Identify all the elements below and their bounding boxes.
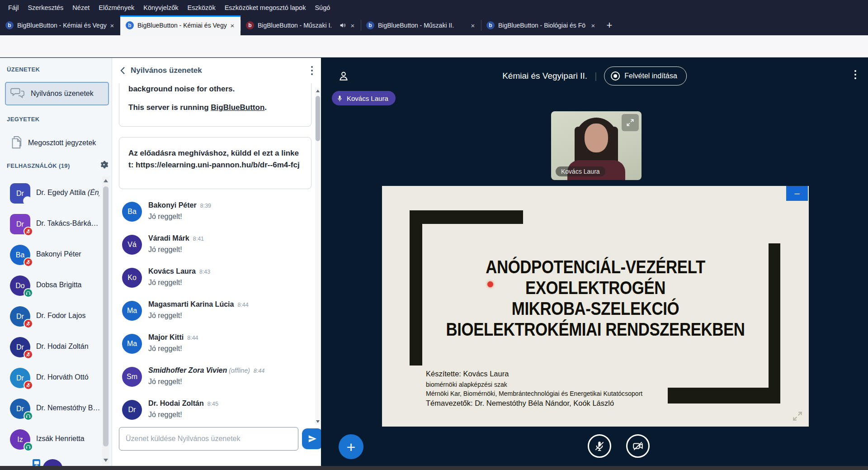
share-webcam-button[interactable] (626, 434, 650, 458)
tab-audio-icon[interactable] (339, 22, 346, 29)
menu-item-0[interactable]: Fájl (4, 0, 23, 15)
user-avatar: Dr (10, 183, 30, 204)
webcam-fullscreen-button[interactable] (622, 114, 639, 131)
browser-tab-3[interactable]: bBigBlueButton - Műszaki II.× (361, 15, 481, 35)
send-message-button[interactable] (302, 428, 323, 449)
chat-messages-viewport[interactable]: background noise for others. This server… (112, 58, 313, 425)
user-list-item[interactable]: DrDr. Horváth Ottó (0, 368, 102, 393)
chat-message-author: Bakonyi Péter8:39 (148, 201, 211, 209)
chat-message-text: Jó reggelt! (148, 213, 182, 221)
tab-close-button[interactable]: × (589, 22, 598, 29)
bigbluebutton-link[interactable]: BigBlueButton (211, 103, 264, 112)
chevron-left-icon[interactable] (120, 66, 125, 75)
slide-title-line: ANÓDPOTENCIÁL-VEZÉRELT (414, 256, 777, 277)
chat-message: VáVáradi Márk8:41Jó reggelt! (122, 233, 307, 266)
person-icon[interactable] (338, 70, 349, 82)
chat-message-author: Dr. Hodai Zoltán8:45 (148, 399, 218, 408)
bigbluebutton-favicon-icon: b (486, 21, 495, 29)
chat-message-text: Jó reggelt! (148, 279, 182, 287)
bigbluebutton-favicon-icon: b (246, 21, 254, 29)
chat-avatar: Ma (122, 301, 142, 321)
menu-item-1[interactable]: Szerkesztés (23, 0, 68, 15)
options-kebab-icon[interactable] (854, 70, 856, 79)
sidebar-item-public-chat[interactable]: Nyilvános üzenetek (5, 82, 109, 105)
scroll-up-arrow-icon[interactable] (104, 179, 108, 182)
chat-avatar: Sm (122, 367, 142, 387)
chat-message-author: Váradi Márk8:41 (148, 234, 204, 242)
chat-message-input[interactable] (119, 427, 298, 451)
bigbluebutton-favicon-icon: b (5, 21, 14, 29)
actions-plus-button[interactable]: + (339, 434, 363, 459)
user-list-item[interactable]: DrDr. Egedy Attila (Én) (0, 183, 102, 209)
user-list-item[interactable]: DoDobsa Brigitta (0, 275, 102, 301)
chat-scrollbar-thumb[interactable] (316, 96, 320, 141)
menu-item-2[interactable]: Nézet (68, 0, 94, 15)
chat-message: MaMagasmarti Karina Lúcia8:44Jó reggelt! (122, 299, 307, 332)
browser-tab-1[interactable]: bBigBlueButton - Kémiai és Vegy× (120, 15, 241, 35)
chat-message-author: Major Kitti8:44 (148, 333, 198, 342)
menu-item-7[interactable]: Súgó (310, 0, 335, 15)
tab-close-button[interactable]: × (468, 22, 477, 29)
start-recording-button[interactable]: Felvétel indítása (604, 66, 687, 85)
user-list-item[interactable]: IzIzsák Henrietta (0, 429, 102, 455)
browser-tabbar: bBigBlueButton - Kémiai és Vegy×bBigBlue… (0, 15, 868, 35)
presentation-area: Kémiai és Vegyipari II. | Felvétel indít… (321, 58, 868, 470)
minimize-presentation-button[interactable]: – (786, 186, 808, 201)
shared-notes-label: Megosztott jegyzetek (28, 139, 96, 147)
microphone-muted-badge-icon (24, 319, 33, 328)
meeting-title: Kémiai és Vegyipari II. (502, 71, 587, 81)
user-name: Dr. Horváth Ottó (36, 373, 89, 381)
menu-item-5[interactable]: Eszközök (183, 0, 220, 15)
user-name: Izsák Henrietta (36, 435, 85, 443)
browser-tab-2[interactable]: bBigBlueButton - Műszaki I.× (241, 15, 361, 35)
user-name: Dr. Fodor Lajos (36, 312, 85, 320)
chat-scrollbar[interactable] (315, 88, 321, 425)
userlist-scrollbar-thumb[interactable] (103, 186, 108, 446)
userlist-scrollbar[interactable] (102, 176, 109, 465)
laser-pointer-dot (487, 281, 493, 287)
sidebar-item-shared-notes[interactable]: Megosztott jegyzetek (5, 133, 109, 153)
unmute-microphone-button[interactable] (588, 434, 611, 458)
scroll-up-arrow-icon[interactable] (316, 90, 320, 92)
fullscreen-presentation-button[interactable] (792, 410, 803, 422)
chat-message-time: 8:43 (199, 269, 210, 275)
public-chat-panel: background noise for others. This server… (112, 58, 321, 470)
browser-navbar (0, 35, 868, 57)
tab-close-button[interactable]: × (228, 22, 237, 29)
webcam-video[interactable]: Kovács Laura (551, 111, 642, 180)
talking-indicator[interactable]: Kovács Laura (332, 91, 396, 105)
scroll-down-arrow-icon[interactable] (316, 420, 320, 423)
menu-item-6[interactable]: Eszközöket megosztó lapok (220, 0, 311, 15)
browser-tab-4[interactable]: bBigBlueButton - Biológiai és Fö× (481, 15, 601, 35)
user-list-item[interactable]: DrDr. Takács-Bárká… (0, 214, 102, 239)
record-icon (611, 71, 620, 81)
chat-message-text: Jó reggelt! (148, 312, 182, 320)
tab-title: BigBlueButton - Kémiai és Vegy (17, 22, 108, 29)
user-list-item[interactable]: DrDr. Fodor Lajos (0, 306, 102, 332)
user-name: Dr. Egedy Attila (Én) (36, 189, 99, 197)
chat-avatar: Dr (122, 400, 142, 420)
chat-avatar: Ko (122, 268, 142, 288)
manage-users-gear-icon[interactable] (99, 160, 108, 169)
scroll-down-arrow-icon[interactable] (104, 459, 108, 462)
microphone-muted-badge-icon (24, 227, 33, 236)
user-list-item[interactable]: DrDr. Nemestóthy B… (0, 399, 102, 424)
presentation-slide[interactable]: – ANÓDPOTENCIÁL-VEZÉRELTEXOELEKTROGÉNMIK… (382, 186, 809, 427)
user-list-item[interactable]: BaBakonyi Péter (0, 245, 102, 270)
menu-item-3[interactable]: Előzmények (94, 0, 139, 15)
tab-close-button[interactable]: × (108, 22, 117, 29)
chat-message-author: Smidhoffer Zora Vivien (offline)8:44 (148, 366, 264, 375)
users-heading: FELHASZNÁLÓK (19) (7, 162, 70, 169)
chat-options-kebab-icon[interactable] (311, 66, 313, 75)
tab-audio-icon[interactable] (339, 22, 346, 29)
chat-message-time: 8:39 (200, 203, 211, 209)
microphone-muted-badge-icon (24, 380, 33, 390)
new-tab-button[interactable]: + (601, 15, 618, 35)
tab-close-button[interactable]: × (348, 22, 357, 29)
browser-tab-0[interactable]: bBigBlueButton - Kémiai és Vegy× (0, 15, 120, 35)
bbb-sidebar: ÜZENETEK Nyilvános üzenetek JEGYETEK Meg… (0, 58, 112, 470)
talking-user-name: Kovács Laura (347, 95, 388, 102)
user-list-item[interactable]: DrDr. Hodai Zoltán (0, 337, 102, 362)
chat-message-author: Magasmarti Karina Lúcia8:44 (148, 300, 249, 309)
menu-item-4[interactable]: Könyvjelzők (139, 0, 183, 15)
